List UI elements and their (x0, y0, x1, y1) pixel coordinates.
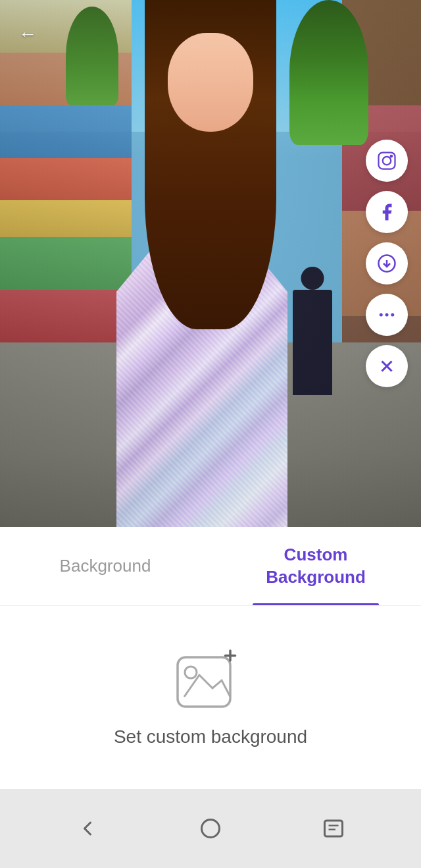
close-icon (377, 356, 397, 376)
svg-point-7 (391, 313, 394, 317)
svg-point-14 (201, 820, 219, 838)
face (168, 33, 253, 132)
nav-home-icon (199, 817, 222, 840)
action-buttons (366, 140, 408, 387)
svg-rect-15 (324, 821, 342, 836)
svg-point-1 (383, 157, 391, 165)
nav-recents-icon (322, 817, 345, 840)
tab-custom-background-label: CustomBackground (266, 544, 366, 589)
instagram-button[interactable] (366, 140, 408, 182)
download-icon (377, 254, 397, 273)
more-button[interactable] (366, 294, 408, 336)
svg-rect-0 (379, 153, 395, 169)
back-button[interactable]: ← (13, 20, 42, 49)
instagram-icon (377, 151, 397, 171)
tab-custom-background[interactable]: CustomBackground (210, 527, 421, 605)
svg-point-11 (185, 666, 197, 678)
set-custom-background-label: Set custom background (114, 726, 307, 747)
facebook-icon (377, 202, 397, 222)
bottom-nav (0, 789, 421, 868)
add-image-icon[interactable] (174, 647, 247, 713)
background-person (293, 290, 332, 395)
content-area: Set custom background (0, 606, 421, 789)
nav-back-icon (76, 817, 99, 840)
tab-background[interactable]: Background (0, 527, 210, 605)
tree-right (289, 0, 368, 145)
tabs-section: Background CustomBackground (0, 527, 421, 606)
tab-background-label: Background (60, 555, 151, 578)
tree-left (66, 7, 118, 105)
nav-back-button[interactable] (68, 809, 107, 848)
nav-recents-button[interactable] (314, 809, 353, 848)
download-button[interactable] (366, 242, 408, 285)
back-arrow-icon: ← (18, 24, 37, 45)
nav-home-button[interactable] (191, 809, 230, 848)
svg-point-5 (380, 313, 383, 317)
close-button[interactable] (366, 345, 408, 387)
photo-section: ← (0, 0, 421, 527)
more-icon (377, 305, 397, 325)
svg-point-2 (391, 155, 393, 157)
svg-point-6 (385, 313, 389, 317)
facebook-button[interactable] (366, 191, 408, 233)
add-image-svg (174, 647, 247, 713)
